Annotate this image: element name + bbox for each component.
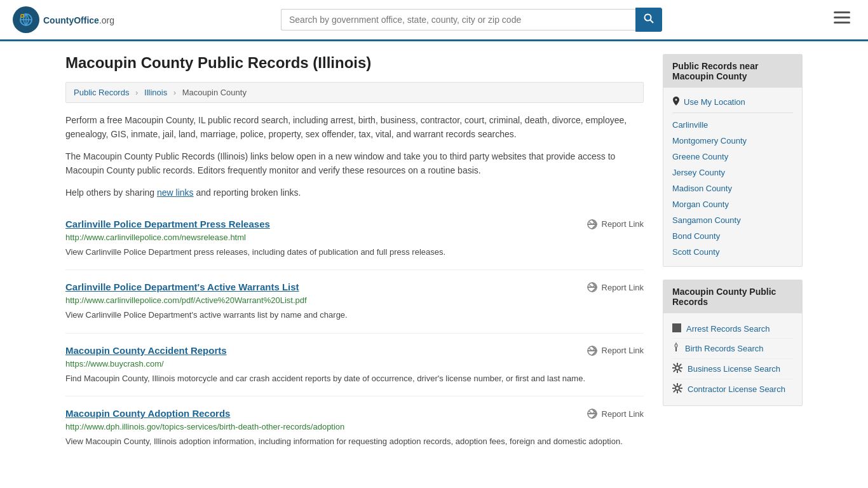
sidebar-nearby-item: Greene County (672, 149, 793, 165)
svg-rect-8 (834, 11, 850, 13)
record-links-list: Arrest Records Search Birth Records Sear… (672, 320, 793, 399)
new-links[interactable]: new links (157, 187, 194, 198)
description-3: Help others by sharing new links and rep… (65, 186, 644, 200)
sidebar-records-title: Macoupin County Public Records (663, 280, 802, 313)
sidebar-record-link-item: Contractor License Search (672, 379, 793, 399)
record-list: Carlinville Police Department Press Rele… (65, 207, 644, 459)
svg-rect-9 (834, 17, 850, 18)
record-title[interactable]: Macoupin County Accident Reports (65, 345, 227, 356)
record-item: Macoupin County Adoption Records Report … (65, 396, 644, 459)
record-url[interactable]: https://www.buycrash.com/ (65, 359, 644, 369)
sidebar-nearby-title: Public Records near Macoupin County (663, 55, 802, 88)
sidebar-nearby-item: Madison County (672, 180, 793, 196)
record-item: Macoupin County Accident Reports Report … (65, 334, 644, 397)
sidebar-record-link-item: Birth Records Search (672, 339, 793, 359)
sidebar-records-body: Arrest Records Search Birth Records Sear… (663, 313, 802, 405)
nearby-link[interactable]: Jersey County (672, 168, 725, 177)
sidebar-nearby-section: Public Records near Macoupin County Use … (663, 54, 803, 267)
nearby-link[interactable]: Sangamon County (672, 215, 741, 225)
main-content: Macoupin County Public Records (Illinois… (65, 54, 644, 459)
sidebar-nearby-item: Jersey County (672, 165, 793, 180)
svg-rect-23 (672, 323, 681, 332)
svg-point-6 (645, 15, 651, 21)
nearby-link[interactable]: Morgan County (672, 200, 729, 209)
record-item: Carlinville Police Department's Active W… (65, 270, 644, 334)
record-url[interactable]: http://www.dph.illinois.gov/topics-servi… (65, 422, 644, 431)
logo-text: CountyOffice.org (43, 13, 114, 27)
description-1: Perform a free Macoupin County, IL publi… (65, 113, 644, 142)
nearby-link[interactable]: Bond County (672, 231, 720, 241)
record-header: Macoupin County Accident Reports Report … (65, 345, 644, 356)
record-url[interactable]: http://www.carlinvillepolice.com/newsrel… (65, 233, 644, 242)
sidebar-nearby-body: Use My Location CarlinvilleMontgomery Co… (663, 88, 802, 266)
record-link-icon (672, 342, 680, 355)
use-location-label: Use My Location (684, 97, 745, 107)
record-link-icon (672, 383, 682, 395)
header: CountyOffice.org (0, 0, 868, 41)
record-link-icon (672, 363, 682, 375)
record-title[interactable]: Carlinville Police Department Press Rele… (65, 219, 270, 229)
record-item: Carlinville Police Department Press Rele… (65, 207, 644, 271)
breadcrumb-illinois[interactable]: Illinois (144, 88, 167, 97)
breadcrumb: Public Records › Illinois › Macoupin Cou… (65, 82, 644, 103)
svg-point-5 (22, 15, 24, 17)
record-desc: Find Macoupin County, Illinois motorcycl… (65, 372, 644, 385)
report-link[interactable]: Report Link (587, 219, 644, 230)
record-title[interactable]: Carlinville Police Department's Active W… (65, 281, 299, 292)
svg-point-28 (675, 386, 679, 390)
search-area (281, 8, 662, 32)
search-input[interactable] (281, 9, 635, 30)
record-link[interactable]: Business License Search (688, 364, 780, 374)
sidebar-nearby-item: Morgan County (672, 196, 793, 212)
record-desc: View Carlinville Police Department press… (65, 246, 644, 259)
report-icon (587, 408, 598, 419)
record-desc: View Carlinville Police Department's act… (65, 309, 644, 322)
sidebar-record-link-item: Arrest Records Search (672, 320, 793, 339)
logo-icon (13, 6, 39, 33)
nearby-link[interactable]: Montgomery County (672, 136, 747, 146)
record-header: Carlinville Police Department's Active W… (65, 281, 644, 293)
record-desc: View Macoupin County, Illinois adoption … (65, 435, 644, 448)
description-2: The Macoupin County Public Records (Illi… (65, 149, 644, 178)
record-header: Carlinville Police Department Press Rele… (65, 219, 644, 230)
nearby-link[interactable]: Carlinville (672, 120, 708, 130)
breadcrumb-public-records[interactable]: Public Records (74, 88, 129, 97)
logo-area: CountyOffice.org (13, 6, 114, 33)
record-header: Macoupin County Adoption Records Report … (65, 408, 644, 419)
sidebar-records-section: Macoupin County Public Records Arrest Re… (663, 280, 803, 406)
report-icon (587, 345, 598, 356)
report-icon (587, 219, 598, 230)
sidebar-record-link-item: Business License Search (672, 359, 793, 379)
svg-line-7 (651, 20, 654, 24)
report-link[interactable]: Report Link (587, 281, 644, 293)
svg-point-27 (675, 366, 679, 370)
menu-button[interactable] (829, 9, 855, 30)
svg-rect-10 (834, 22, 850, 24)
report-link[interactable]: Report Link (587, 345, 644, 356)
record-link-icon (672, 323, 681, 334)
main-container: Macoupin County Public Records (Illinois… (53, 41, 815, 472)
record-link[interactable]: Arrest Records Search (686, 324, 770, 334)
report-icon (587, 281, 598, 293)
page-title: Macoupin County Public Records (Illinois… (65, 54, 644, 72)
report-link[interactable]: Report Link (587, 408, 644, 419)
sidebar-nearby-item: Sangamon County (672, 212, 793, 228)
sidebar-nearby-item: Montgomery County (672, 133, 793, 149)
nearby-items-list: CarlinvilleMontgomery CountyGreene Count… (672, 117, 793, 260)
sidebar: Public Records near Macoupin County Use … (663, 54, 803, 459)
use-my-location[interactable]: Use My Location (672, 94, 793, 113)
record-link[interactable]: Birth Records Search (685, 344, 764, 353)
nearby-link[interactable]: Greene County (672, 152, 728, 161)
nearby-link[interactable]: Madison County (672, 184, 732, 193)
search-button[interactable] (635, 8, 662, 32)
nearby-link[interactable]: Scott County (672, 247, 719, 257)
record-link[interactable]: Contractor License Search (688, 384, 785, 394)
record-title[interactable]: Macoupin County Adoption Records (65, 408, 230, 419)
record-url[interactable]: http://www.carlinvillepolice.com/pdf/Act… (65, 295, 644, 305)
breadcrumb-current: Macoupin County (182, 88, 247, 97)
location-dot-icon (672, 97, 680, 107)
sidebar-nearby-item: Bond County (672, 228, 793, 244)
sidebar-nearby-item: Scott County (672, 244, 793, 260)
sidebar-nearby-item: Carlinville (672, 117, 793, 133)
